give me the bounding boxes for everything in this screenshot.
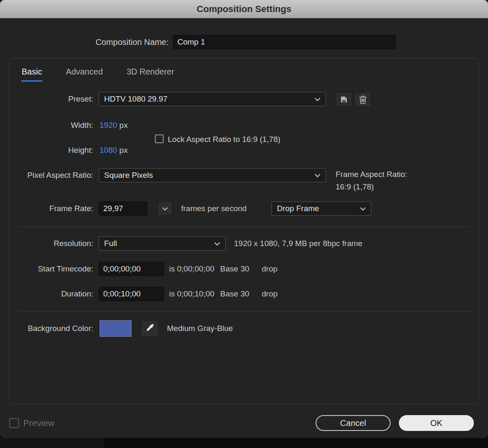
save-preset-button[interactable]: [336, 92, 352, 107]
height-value[interactable]: 1080: [100, 146, 117, 154]
frame-rate-label: Frame Rate:: [10, 202, 93, 216]
duration-input[interactable]: [99, 287, 164, 301]
frame-rate-preset-button[interactable]: [157, 202, 172, 216]
start-timecode-converted: is 0;00;00;00: [169, 264, 214, 273]
start-timecode-row: Start Timecode: is 0;00;00;00Base 30drop: [10, 262, 478, 276]
drop-frame-value: Drop Frame: [277, 204, 319, 213]
width-unit: px: [120, 121, 128, 129]
eyedropper-icon: [145, 323, 154, 334]
height-unit: px: [120, 146, 128, 154]
delete-preset-button[interactable]: [354, 92, 371, 107]
composition-name-label: Composition Name:: [0, 35, 169, 49]
preset-label: Preset:: [10, 92, 93, 106]
divider: [18, 226, 471, 227]
preview-label: Preview: [23, 418, 55, 428]
background-divider-artifact: [102, 438, 104, 448]
width-value-group: 1920 px: [100, 119, 128, 131]
width-value[interactable]: 1920: [100, 121, 117, 129]
background-color-swatch[interactable]: [100, 320, 132, 337]
trash-icon: [359, 95, 367, 104]
frame-aspect-ratio-block: Frame Aspect Ratio: 16:9 (1,78): [336, 168, 407, 193]
width-label: Width:: [10, 119, 93, 131]
preset-value: HDTV 1080 29.97: [104, 95, 167, 104]
preview-checkbox[interactable]: [9, 418, 19, 428]
lock-aspect-checkbox[interactable]: [155, 134, 164, 143]
start-timecode-input[interactable]: [99, 262, 164, 276]
duration-base: Base 30: [220, 289, 249, 298]
resolution-value: Full: [104, 239, 117, 248]
resolution-row: Resolution: Full 1920 x 1080, 7,9 MB per…: [10, 236, 478, 251]
ok-button[interactable]: OK: [399, 415, 474, 431]
start-timecode-base: Base 30: [220, 264, 249, 273]
frame-aspect-ratio-value: 16:9 (1,78): [336, 181, 407, 193]
tab-bar: Basic Advanced 3D Renderer: [21, 65, 174, 82]
chevron-down-icon: [314, 97, 321, 101]
duration-converted: is 0;00;10;00: [169, 289, 214, 298]
chevron-down-icon: [360, 207, 366, 211]
frames-per-second-label: frames per second: [181, 202, 246, 216]
frame-rate-row: Frame Rate: frames per second Drop Frame: [10, 202, 478, 216]
divider: [18, 311, 471, 311]
background-color-name: Medium Gray-Blue: [167, 320, 233, 337]
frame-aspect-ratio-label: Frame Aspect Ratio:: [336, 168, 407, 181]
resolution-label: Resolution:: [10, 236, 93, 251]
pixel-aspect-ratio-label: Pixel Aspect Ratio:: [10, 168, 93, 182]
start-timecode-drop: drop: [262, 264, 278, 273]
dialog-titlebar[interactable]: Composition Settings: [0, 0, 488, 18]
duration-info: is 0;00;10;00Base 30drop: [169, 287, 278, 301]
duration-drop: drop: [262, 289, 278, 298]
height-row: Height: 1080 px: [10, 144, 478, 156]
height-value-group: 1080 px: [100, 144, 128, 156]
background-color-row: Background Color: Medium Gray-Blue: [10, 320, 478, 337]
background-panel: [0, 438, 102, 448]
pixel-aspect-ratio-value: Square Pixels: [104, 171, 153, 180]
tab-basic[interactable]: Basic: [21, 65, 42, 82]
dialog-title: Composition Settings: [197, 4, 291, 15]
preset-dropdown[interactable]: HDTV 1080 29.97: [99, 92, 326, 106]
cancel-button[interactable]: Cancel: [316, 415, 391, 431]
eyedropper-button[interactable]: [141, 320, 159, 337]
desktop-background: [0, 438, 488, 448]
duration-row: Duration: is 0;00;10;00Base 30drop: [10, 287, 478, 301]
save-preset-icon: [340, 95, 348, 104]
lock-aspect-row: Lock Aspect Ratio to 16:9 (1,78): [10, 134, 478, 145]
chevron-down-icon: [314, 174, 321, 177]
resolution-info: 1920 x 1080, 7,9 MB per 8bpc frame: [234, 236, 362, 251]
background-color-label: Background Color:: [10, 320, 93, 337]
start-timecode-label: Start Timecode:: [10, 262, 93, 276]
preset-row: Preset: HDTV 1080 29.97: [10, 92, 478, 106]
pixel-aspect-row: Pixel Aspect Ratio: Square Pixels: [10, 168, 478, 182]
tab-3d-renderer[interactable]: 3D Renderer: [126, 65, 175, 82]
start-timecode-info: is 0;00;00;00Base 30drop: [169, 262, 278, 276]
composition-name-input[interactable]: [173, 35, 396, 49]
drop-frame-dropdown[interactable]: Drop Frame: [271, 202, 371, 216]
frame-rate-input[interactable]: [99, 202, 147, 216]
width-row: Width: 1920 px: [10, 119, 478, 131]
lock-aspect-label: Lock Aspect Ratio to 16:9 (1,78): [168, 134, 280, 144]
settings-panel: Basic Advanced 3D Renderer Preset: HDTV …: [9, 58, 479, 404]
pixel-aspect-ratio-dropdown[interactable]: Square Pixels: [99, 168, 326, 182]
composition-settings-dialog: Composition Settings Composition Name: B…: [0, 0, 488, 438]
resolution-dropdown[interactable]: Full: [99, 236, 226, 251]
chevron-down-icon: [162, 207, 168, 211]
tab-advanced[interactable]: Advanced: [65, 65, 103, 82]
duration-label: Duration:: [10, 287, 93, 301]
chevron-down-icon: [214, 242, 220, 246]
height-label: Height:: [10, 144, 93, 156]
